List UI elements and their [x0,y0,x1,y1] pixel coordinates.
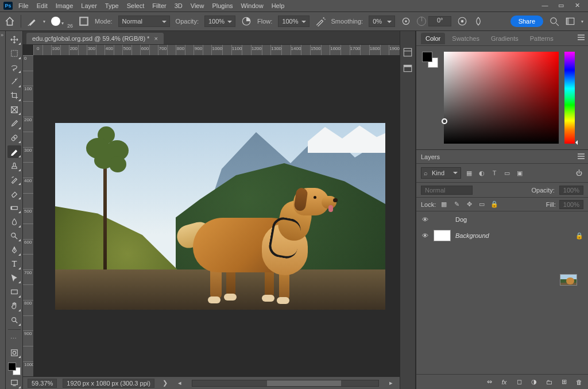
menu-help[interactable]: Help [268,1,288,10]
layer-group-icon[interactable]: 🗀 [544,378,554,387]
screen-mode-icon[interactable] [7,377,21,389]
pen-tool-icon[interactable] [7,244,21,256]
menu-plugins[interactable]: Plugins [208,1,236,10]
crop-tool-icon[interactable] [7,90,21,102]
layer-row[interactable]: 👁 Dog [416,211,588,228]
path-selection-tool-icon[interactable] [7,272,21,284]
foreground-background-colors[interactable] [8,363,21,375]
lock-artboard-icon[interactable]: ▭ [477,200,486,209]
color-fg-bg-swatch[interactable] [422,52,438,68]
hand-tool-icon[interactable] [7,300,21,312]
magic-wand-tool-icon[interactable] [7,75,21,87]
ruler-horizontal[interactable]: 0100200300400500600700800900100011001200… [33,45,400,55]
pressure-size-icon[interactable] [457,16,467,26]
menu-type[interactable]: Type [102,1,122,10]
filter-type-icon[interactable]: T [490,168,499,178]
brush-angle-dial-icon[interactable] [417,17,426,26]
clone-stamp-tool-icon[interactable] [7,160,21,172]
close-tab-icon[interactable]: × [154,35,157,42]
pressure-opacity-icon[interactable] [241,16,252,26]
filter-shape-icon[interactable]: ▭ [502,168,512,178]
layer-row[interactable]: 👁 Background 🔒 [416,228,588,244]
healing-brush-tool-icon[interactable] [7,132,21,144]
menu-3d[interactable]: 3D [171,1,186,10]
tab-gradients[interactable]: Gradients [486,33,523,44]
new-layer-icon[interactable]: ⊞ [559,378,568,387]
tab-swatches[interactable]: Swatches [447,33,484,44]
color-field[interactable] [444,52,559,144]
ruler-vertical[interactable]: 01002003004005006007008009001000 [23,55,33,376]
filter-smart-icon[interactable]: ▣ [515,168,524,178]
eraser-tool-icon[interactable] [7,187,21,199]
quick-mask-icon[interactable] [7,346,21,359]
document-dimensions[interactable]: 1920 px x 1080 px (300.3 ppi) [63,379,154,388]
window-minimize-icon[interactable]: — [541,2,549,10]
link-layers-icon[interactable]: ⇔ [485,378,494,387]
layer-thumbnail[interactable] [560,274,577,286]
window-close-icon[interactable]: ✕ [573,2,581,10]
layer-style-icon[interactable]: fx [500,378,509,387]
layer-visibility-icon[interactable]: 👁 [421,232,429,239]
frame-tool-icon[interactable] [7,103,21,115]
filter-toggle-icon[interactable]: ⏻ [574,168,583,178]
lock-all-icon[interactable]: 🔒 [490,200,499,209]
menu-select[interactable]: Select [123,1,148,10]
home-icon[interactable] [5,16,15,26]
brush-tool-icon[interactable] [7,145,21,157]
tab-layers[interactable]: Layers [421,153,440,160]
type-tool-icon[interactable] [7,258,21,270]
smoothing-options-icon[interactable] [401,16,411,26]
panel-menu-icon[interactable] [578,34,585,41]
collapsed-panel-icon[interactable] [403,63,413,74]
brush-angle-input[interactable]: 0° [428,16,451,26]
zoom-tool-icon[interactable] [7,314,21,326]
edit-toolbar-icon[interactable]: ⋯ [7,333,21,345]
blend-mode-dropdown[interactable]: Normal [118,16,170,27]
tab-color[interactable]: Color [421,33,445,44]
menu-window[interactable]: Window [238,1,267,10]
panel-menu-icon[interactable] [578,153,585,160]
filter-pixel-icon[interactable]: ▦ [465,168,474,178]
collapsed-panel-icon[interactable] [403,47,413,57]
scroll-left-icon[interactable]: ◂ [176,379,184,387]
lock-image-icon[interactable]: ✎ [452,200,461,209]
layer-visibility-icon[interactable]: 👁 [421,216,429,223]
workspace-switcher-icon[interactable] [565,16,575,26]
opacity-dropdown[interactable]: 100% [204,16,235,27]
search-icon[interactable] [549,16,559,26]
delete-layer-icon[interactable]: 🗑 [574,378,583,387]
lock-position-icon[interactable]: ✥ [465,200,474,209]
dodge-tool-icon[interactable] [7,230,21,242]
flow-dropdown[interactable]: 100% [278,16,309,27]
smoothing-dropdown[interactable]: 0% [369,16,395,27]
canvas[interactable] [33,55,400,376]
layer-thumbnail[interactable] [434,230,451,241]
brush-size-preview-icon[interactable] [51,17,60,26]
airbrush-icon[interactable] [315,16,326,26]
hue-slider[interactable] [564,52,575,144]
share-button[interactable]: Share [510,16,543,27]
symmetry-icon[interactable] [473,16,483,26]
gradient-tool-icon[interactable] [7,202,21,214]
layer-filter-kind-dropdown[interactable]: Kind [421,167,461,179]
layer-name[interactable]: Background [455,232,571,239]
brush-settings-icon[interactable] [79,16,89,26]
move-tool-icon[interactable] [7,33,21,45]
menu-file[interactable]: File [15,1,32,10]
document-tab[interactable]: edu.gcfglobal.org.psd @ 59.4% (RGB/8) * … [26,33,164,44]
layer-name[interactable]: Dog [455,216,583,223]
layer-mask-icon[interactable]: ◻ [514,378,524,387]
scroll-right-icon[interactable]: ▸ [387,379,395,387]
filter-adjust-icon[interactable]: ◐ [477,168,486,178]
menu-view[interactable]: View [187,1,208,10]
brush-preset-icon[interactable] [27,16,37,26]
tool-strip-collapse[interactable] [0,31,6,389]
rectangle-tool-icon[interactable] [7,286,21,298]
lock-transparency-icon[interactable]: ▩ [439,200,448,209]
adjustment-layer-icon[interactable]: ◑ [529,378,539,387]
blur-tool-icon[interactable] [7,215,21,228]
eyedropper-tool-icon[interactable] [7,117,21,129]
menu-layer[interactable]: Layer [78,1,100,10]
history-brush-tool-icon[interactable] [7,174,21,186]
zoom-level[interactable]: 59.37% [28,379,57,388]
